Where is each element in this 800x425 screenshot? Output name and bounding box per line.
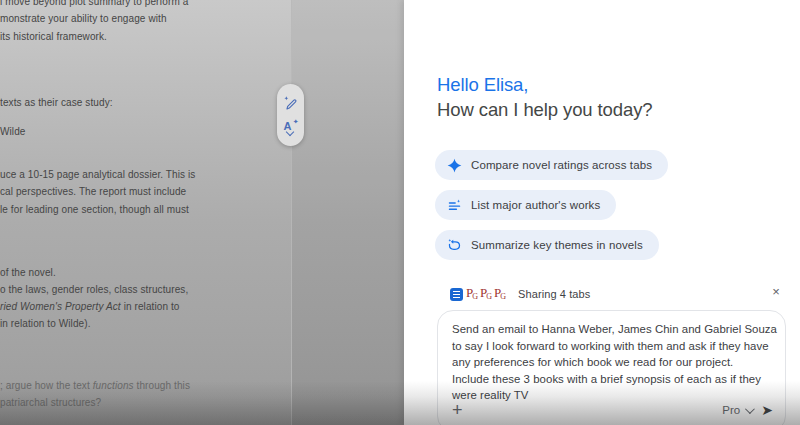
document-line: its historical framework. xyxy=(0,28,188,45)
writing-tools-pill: A ✦ xyxy=(277,84,304,146)
chip-label: Summarize key themes in novels xyxy=(471,239,643,251)
document-paragraph: uce a 10-15 page analytical dossier. Thi… xyxy=(0,166,195,218)
prompt-input-card: Send an email to Hanna Weber, James Chin… xyxy=(437,310,786,425)
chip-summarize-themes[interactable]: Summarize key themes in novels xyxy=(435,230,659,260)
document-line: in relation to Wilde). xyxy=(0,315,188,332)
send-icon[interactable]: ➤ xyxy=(761,403,773,417)
greeting-name: Hello Elisa, xyxy=(437,72,653,97)
document-line: texts as their case study: xyxy=(0,94,113,111)
sharing-tabs-label: Sharing 4 tabs xyxy=(518,288,590,300)
suggestion-chips: Compare novel ratings across tabs List m… xyxy=(435,150,668,260)
greeting-question: How can I help you today? xyxy=(437,97,653,122)
document-line: o the laws, gender roles, class structur… xyxy=(0,281,188,298)
chip-compare-ratings[interactable]: Compare novel ratings across tabs xyxy=(435,150,668,180)
model-label: Pro xyxy=(722,404,740,416)
document-line: ried Women's Property Act in relation to xyxy=(0,298,188,315)
close-icon[interactable]: × xyxy=(768,283,784,299)
document-paragraph: ; argue how the text functions through t… xyxy=(0,377,190,411)
assistant-side-panel: Hello Elisa, How can I help you today? C… xyxy=(404,0,800,425)
chip-list-author-works[interactable]: List major author's works xyxy=(435,190,616,220)
google-docs-favicon xyxy=(450,288,463,301)
document-paragraph: l move beyond plot summary to perform a … xyxy=(0,0,188,45)
prompt-toolbar: + Pro ➤ xyxy=(452,397,773,423)
document-line: Wilde xyxy=(0,123,26,140)
prompt-input[interactable]: Send an email to Hanna Weber, James Chin… xyxy=(438,311,785,404)
chevron-down-icon xyxy=(745,404,755,414)
chip-label: List major author's works xyxy=(471,199,600,211)
document-background: l move beyond plot summary to perform a … xyxy=(0,0,404,425)
page-edge-line xyxy=(291,0,292,425)
list-sparkle-icon xyxy=(447,198,462,213)
prompt-line: any preferences for which book we read f… xyxy=(452,354,771,371)
gutenberg-favicon: PG xyxy=(466,286,478,303)
gutenberg-favicon: PG xyxy=(480,286,492,303)
sharing-tabs-bar[interactable]: PG PG PG Sharing 4 tabs xyxy=(450,285,590,303)
model-selector[interactable]: Pro xyxy=(722,404,752,416)
greeting: Hello Elisa, How can I help you today? xyxy=(437,72,653,122)
document-line: uce a 10-15 page analytical dossier. Thi… xyxy=(0,166,195,183)
document-paragraph: of the novel. o the laws, gender roles, … xyxy=(0,264,188,332)
prompt-line: to say I look forward to working with th… xyxy=(452,338,771,355)
prompt-line: Include these 3 books with a brief synop… xyxy=(452,371,771,388)
document-line: l move beyond plot summary to perform a xyxy=(0,0,188,10)
document-line: monstrate your ability to engage with xyxy=(0,10,188,27)
chip-label: Compare novel ratings across tabs xyxy=(471,159,652,171)
document-line: ; argue how the text functions through t… xyxy=(0,377,190,394)
document-line: le for leading one section, though all m… xyxy=(0,201,195,218)
rewrite-text-icon[interactable]: A ✦ xyxy=(283,120,299,136)
prompt-line: Send an email to Hanna Weber, James Chin… xyxy=(452,321,771,338)
replay-sparkle-icon xyxy=(447,238,462,253)
help-me-write-pencil-icon[interactable] xyxy=(283,95,299,111)
document-line: cal perspectives. The report must includ… xyxy=(0,183,195,200)
document-margin-strip xyxy=(292,0,404,425)
document-line: of the novel. xyxy=(0,264,188,281)
add-attachment-button[interactable]: + xyxy=(452,401,463,419)
gutenberg-favicon: PG xyxy=(494,286,506,303)
document-line: patriarchal structures? xyxy=(0,394,190,411)
spark-icon xyxy=(447,158,462,173)
